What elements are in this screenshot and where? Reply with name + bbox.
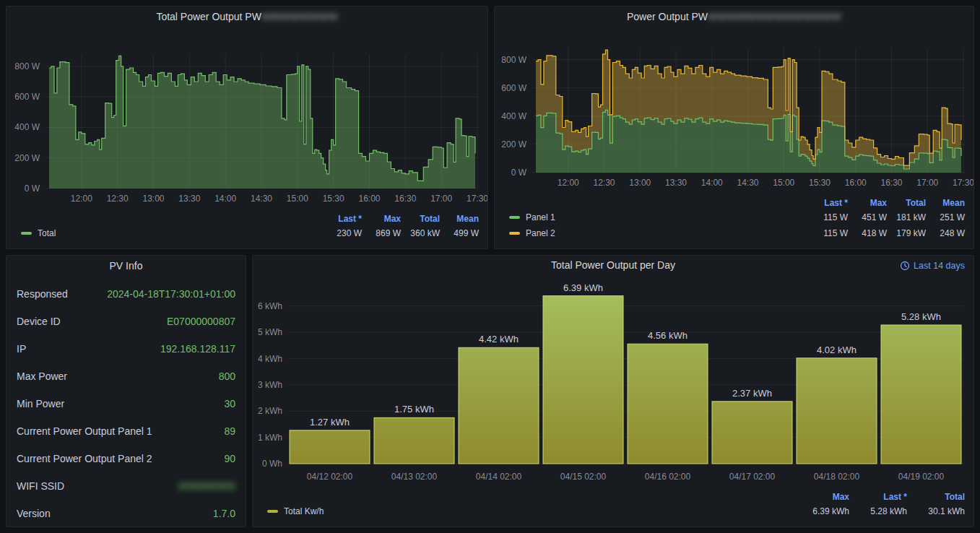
legend-series-label[interactable]: Panel 1	[526, 212, 555, 222]
series-color-swatch	[267, 510, 278, 513]
pv-info-title[interactable]: PV Info	[6, 256, 246, 276]
legend-stat-value: 181 kW	[887, 212, 926, 222]
panel-power-time-series-chart[interactable]: 12:0012:3013:0013:3014:0014:3015:0015:30…	[495, 27, 974, 191]
legend-header-row: Last *MaxTotalMean	[14, 212, 479, 225]
svg-text:04/16 02:00: 04/16 02:00	[645, 472, 691, 482]
legend-stat-value: 418 W	[848, 228, 887, 238]
pv-info-label: Responsed	[17, 288, 68, 300]
svg-text:0 Wh: 0 Wh	[262, 459, 282, 469]
panel-total-power: Total Power Output PWWWWWWWWW 12:0012:30…	[6, 6, 488, 249]
time-range-picker[interactable]: Last 14 days	[900, 261, 965, 271]
per-day-legend: MaxLast *TotalTotal Kw/h6.39 kWh5.28 kWh…	[253, 488, 974, 519]
panel-title-text: Power Output PW	[627, 11, 708, 22]
svg-text:15:30: 15:30	[809, 178, 831, 188]
svg-text:12:00: 12:00	[558, 178, 579, 188]
legend-series-row: Total230 W869 W360 kW499 W	[14, 225, 479, 241]
svg-text:14:30: 14:30	[251, 194, 272, 204]
svg-text:1.75 kWh: 1.75 kWh	[394, 404, 434, 415]
panel-total-power-title[interactable]: Total Power Output PWWWWWWWWW	[6, 6, 487, 27]
legend-stat-header[interactable]: Total	[907, 492, 965, 502]
legend-stat-header[interactable]: Max	[848, 198, 887, 208]
per-day-title[interactable]: Total Power Output per Day	[253, 256, 974, 274]
pv-info-value: E07000000807	[167, 316, 235, 327]
legend-stat-value: 30.1 kWh	[907, 506, 965, 516]
legend-series-label[interactable]: Total	[38, 228, 56, 238]
panel-power-title[interactable]: Power Output PWWWWWWWWWWWWWWW	[495, 6, 974, 27]
svg-text:13:30: 13:30	[178, 194, 200, 204]
legend-series-label[interactable]: Total Kw/h	[284, 506, 324, 516]
bar-04/15 02:00[interactable]	[543, 296, 623, 464]
bar-04/19 02:00[interactable]	[881, 325, 961, 464]
bar-04/14 02:00[interactable]	[459, 347, 539, 464]
legend-stat-value: 499 W	[440, 228, 479, 238]
total-power-legend: Last *MaxTotalMeanTotal230 W869 W360 kW4…	[6, 210, 487, 241]
svg-text:17:00: 17:00	[916, 178, 938, 188]
svg-text:5.28 kWh: 5.28 kWh	[901, 311, 941, 322]
svg-text:14:00: 14:00	[214, 194, 236, 204]
panel-title-text: Total Power Output PW	[156, 11, 261, 22]
legend-stat-header[interactable]: Total	[401, 214, 440, 224]
svg-text:14:30: 14:30	[737, 178, 758, 188]
legend-stat-header[interactable]: Last *	[323, 214, 362, 224]
legend-stat-header[interactable]: Max	[362, 214, 401, 224]
legend-stat-value: 115 W	[809, 212, 848, 222]
svg-text:400 W: 400 W	[14, 122, 40, 132]
bar-04/18 02:00[interactable]	[797, 358, 877, 464]
legend-stat-value: 230 W	[323, 228, 362, 238]
svg-text:0 W: 0 W	[25, 183, 40, 194]
legend-series-label[interactable]: Panel 2	[526, 228, 555, 238]
svg-text:04/13 02:00: 04/13 02:00	[391, 472, 438, 482]
svg-text:15:00: 15:00	[773, 178, 794, 188]
legend-stat-header[interactable]: Mean	[440, 214, 479, 224]
bar-04/16 02:00[interactable]	[628, 344, 708, 464]
panel-power-legend: Last *MaxTotalMeanPanel 1115 W451 W181 k…	[495, 194, 974, 241]
svg-text:4.42 kWh: 4.42 kWh	[479, 334, 519, 344]
svg-text:200 W: 200 W	[14, 153, 40, 163]
legend-header-row: Last *MaxTotalMean	[502, 196, 965, 209]
pv-info-label: Current Power Output Panel 2	[17, 453, 152, 464]
svg-text:13:00: 13:00	[629, 178, 651, 188]
svg-text:6.39 kWh: 6.39 kWh	[563, 282, 603, 293]
pv-info-table: Responsed2024-04-18T17:30:01+01:00Device…	[6, 280, 246, 527]
bar-04/17 02:00[interactable]	[712, 402, 792, 464]
bar-04/13 02:00[interactable]	[374, 417, 454, 464]
panel-title-redacted-text: WWWWWWWW	[261, 11, 338, 22]
panel-pv-info: PV Info Responsed2024-04-18T17:30:01+01:…	[6, 255, 246, 527]
pv-info-label: Device ID	[17, 316, 61, 327]
svg-text:800 W: 800 W	[14, 61, 40, 72]
series-color-swatch	[21, 232, 32, 235]
pv-info-value: 800	[219, 370, 235, 382]
panel-title-redacted-text: WWWWWWWWWWWWWW	[708, 11, 841, 22]
pv-info-value: 90	[224, 453, 235, 464]
pv-info-row: WIFI SSIDWWWWWW	[6, 472, 246, 500]
panel-title-text: PV Info	[110, 260, 143, 272]
svg-text:16:00: 16:00	[845, 178, 867, 188]
svg-text:2 kWh: 2 kWh	[258, 406, 282, 416]
legend-stat-value: 451 W	[848, 212, 887, 222]
svg-text:2.37 kWh: 2.37 kWh	[732, 388, 772, 399]
pv-info-value: 192.168.128.117	[160, 343, 235, 355]
svg-text:04/19 02:00: 04/19 02:00	[898, 472, 945, 482]
legend-stat-header[interactable]: Max	[792, 492, 849, 502]
panel-power-per-panel: Power Output PWWWWWWWWWWWWWWW 12:0012:30…	[494, 6, 974, 249]
pv-info-row: Max Power800	[6, 363, 246, 390]
svg-text:04/17 02:00: 04/17 02:00	[729, 472, 776, 482]
pv-info-label: Min Power	[17, 398, 64, 410]
svg-text:16:30: 16:30	[880, 178, 902, 188]
bar-04/12 02:00[interactable]	[290, 430, 370, 464]
total-power-time-series-chart[interactable]: 12:0012:3013:0013:3014:0014:3015:0015:30…	[6, 27, 487, 207]
per-day-bar-chart[interactable]: 0 Wh1 kWh2 kWh3 kWh4 kWh5 kWh6 kWh1.27 k…	[253, 274, 974, 485]
legend-series-row: Panel 2115 W418 W179 kW248 W	[502, 225, 965, 241]
legend-stat-header[interactable]: Mean	[926, 198, 965, 208]
svg-text:12:30: 12:30	[593, 178, 615, 188]
svg-text:13:30: 13:30	[665, 178, 687, 188]
legend-stat-header[interactable]: Last *	[809, 198, 848, 208]
pv-info-row: Current Power Output Panel 189	[6, 417, 246, 445]
pv-info-value: 89	[224, 425, 235, 437]
svg-text:13:00: 13:00	[142, 194, 164, 204]
panel-power-per-day: Total Power Output per Day Last 14 days …	[252, 255, 974, 527]
svg-text:200 W: 200 W	[501, 139, 526, 150]
legend-stat-header[interactable]: Last *	[849, 492, 907, 502]
svg-text:16:30: 16:30	[394, 194, 416, 204]
legend-stat-header[interactable]: Total	[887, 198, 926, 208]
